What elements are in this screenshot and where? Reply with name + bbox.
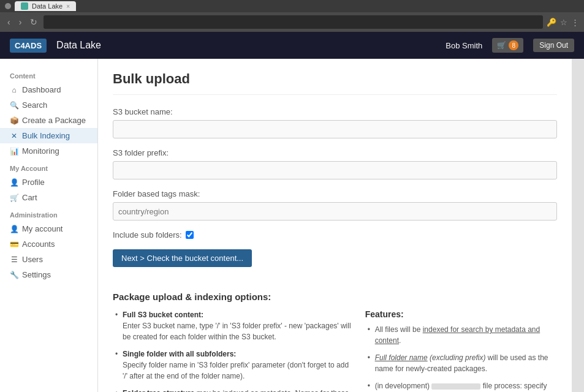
settings-icon: 🔧 (10, 271, 18, 279)
option-text-1: Enter S3 bucket name, type '/' in 'S3 fo… (123, 322, 351, 341)
options-list: Full S3 bucket content: Enter S3 bucket … (113, 309, 353, 392)
sidebar-item-monitoring-label: Monitoring (22, 146, 59, 156)
monitoring-icon: 📊 (10, 147, 18, 156)
sidebar-item-monitoring[interactable]: 📊 Monitoring (0, 143, 97, 159)
feature-item-3: (in development) file process: specify c… (365, 380, 557, 392)
gray-bar-2 (431, 383, 480, 390)
sidebar-item-bulk-indexing[interactable]: ✕ Bulk Indexing (0, 128, 97, 143)
cart-sidebar-icon: 🛒 (10, 194, 18, 202)
sidebar-item-profile-label: Profile (22, 178, 45, 187)
option-label-3: Folder tree structure (123, 389, 194, 392)
address-bar[interactable] (44, 15, 543, 29)
s3-folder-input[interactable] (113, 161, 557, 179)
browser-tab-active[interactable]: Data Lake × (15, 1, 76, 11)
header-cart-button[interactable]: 🛒 8 (492, 38, 523, 53)
list-item: Folder tree structure may be indexed as … (113, 388, 353, 392)
sidebar-item-profile[interactable]: 👤 Profile (0, 175, 97, 190)
s3-bucket-label: S3 bucket name: (113, 107, 557, 116)
sidebar-item-my-account-label: My account (22, 224, 63, 233)
s3-folder-group: S3 folder prefix: (113, 148, 557, 179)
tab-close-icon[interactable]: × (66, 3, 70, 10)
s3-bucket-group: S3 bucket name: (113, 107, 557, 138)
search-icon: 🔍 (10, 101, 18, 110)
list-item: Full S3 bucket content: Enter S3 bucket … (113, 309, 353, 342)
sidebar-item-dashboard[interactable]: ⌂ Dashboard (0, 82, 97, 97)
sidebar-item-cart[interactable]: 🛒 Cart (0, 190, 97, 205)
sidebar-item-settings[interactable]: 🔧 Settings (0, 267, 97, 282)
sidebar-item-dashboard-label: Dashboard (22, 85, 61, 94)
address-icons: 🔑 ☆ ⋮ (547, 18, 579, 27)
app-logo: C4ADS (10, 39, 47, 53)
forward-button[interactable]: › (17, 16, 25, 28)
app-header: C4ADS Data Lake Bob Smith 🛒 8 Sign Out (0, 32, 584, 59)
content-section-label: Content (0, 66, 97, 82)
bulk-indexing-icon: ✕ (10, 132, 18, 140)
back-button[interactable]: ‹ (5, 16, 13, 28)
sidebar-item-accounts[interactable]: 💳 Accounts (0, 236, 97, 252)
accounts-icon: 💳 (10, 240, 18, 249)
main-layout: Content ⌂ Dashboard 🔍 Search 📦 Create a … (0, 59, 584, 392)
sidebar-item-create-package[interactable]: 📦 Create a Package (0, 113, 97, 128)
include-subfolders-checkbox[interactable] (186, 231, 194, 239)
feature-item-1: All files will be indexed for search by … (365, 324, 557, 346)
sidebar-item-search[interactable]: 🔍 Search (0, 97, 97, 113)
page-title: Bulk upload (113, 71, 557, 95)
feature-text-3a: (in development) (375, 382, 432, 390)
options-column: Full S3 bucket content: Enter S3 bucket … (113, 309, 353, 392)
features-list: All files will be indexed for search by … (365, 324, 557, 392)
option-text-2: Specify folder name in 'S3 folder prefix… (123, 361, 349, 380)
list-item: Single folder with all subfolders: Speci… (113, 349, 353, 382)
browser-addressbar: ‹ › ↻ 🔑 ☆ ⋮ (0, 12, 584, 32)
folder-tags-input[interactable] (113, 202, 557, 221)
my-account-icon: 👤 (10, 225, 18, 233)
option-label-2: Single folder with all subfolders: (123, 350, 236, 358)
sidebar-item-settings-label: Settings (22, 270, 51, 279)
star-icon: ☆ (560, 18, 567, 27)
sidebar-item-create-package-label: Create a Package (22, 116, 86, 125)
package-section-title: Package upload & indexing options: (113, 292, 557, 302)
right-panel (572, 59, 584, 392)
include-subfolders-group: Include sub folders: (113, 230, 557, 239)
package-icon: 📦 (10, 116, 18, 125)
header-username: Bob Smith (446, 41, 482, 50)
lock-icon: 🔑 (547, 18, 556, 27)
signout-button[interactable]: Sign Out (533, 39, 574, 52)
folder-tags-group: Folder based tags mask: (113, 189, 557, 221)
features-column: Features: All files will be indexed for … (365, 309, 557, 392)
browser-chrome: Data Lake × (0, 0, 584, 12)
sidebar-item-cart-label: Cart (22, 193, 37, 202)
my-account-section-label: My Account (0, 159, 97, 175)
reload-button[interactable]: ↻ (28, 16, 40, 28)
include-subfolders-label: Include sub folders: (113, 230, 182, 239)
menu-icon: ⋮ (571, 18, 579, 27)
browser-dot-1 (5, 3, 11, 9)
sidebar-item-bulk-indexing-label: Bulk Indexing (22, 131, 70, 140)
profile-icon: 👤 (10, 178, 18, 187)
option-label-1: Full S3 bucket content: (123, 311, 203, 319)
feature-text-2: Full folder name (excluding prefix) will… (375, 353, 548, 373)
users-icon: ☰ (10, 255, 18, 264)
sidebar-item-users[interactable]: ☰ Users (0, 252, 97, 267)
next-button[interactable]: Next > Check the bucket content... (113, 249, 252, 267)
sidebar-item-search-label: Search (22, 100, 47, 110)
package-section: Package upload & indexing options: Full … (113, 292, 557, 392)
sidebar: Content ⌂ Dashboard 🔍 Search 📦 Create a … (0, 59, 98, 392)
dashboard-icon: ⌂ (10, 86, 18, 94)
tab-favicon-icon (21, 2, 28, 10)
sidebar-item-users-label: Users (22, 255, 43, 264)
sidebar-item-my-account[interactable]: 👤 My account (0, 221, 97, 236)
folder-tags-label: Folder based tags mask: (113, 189, 557, 198)
app-title: Data Lake (56, 40, 101, 51)
feature-item-2: Full folder name (excluding prefix) will… (365, 352, 557, 374)
sidebar-item-accounts-label: Accounts (22, 239, 55, 249)
two-col-layout: Full S3 bucket content: Enter S3 bucket … (113, 309, 557, 392)
administration-section-label: Administration (0, 205, 97, 221)
browser-dots (5, 3, 11, 9)
tab-title: Data Lake (32, 2, 63, 10)
cart-icon: 🛒 (497, 41, 506, 50)
feature-text-1: All files will be indexed for search by … (375, 325, 540, 345)
s3-bucket-input[interactable] (113, 120, 557, 138)
main-content: Bulk upload S3 bucket name: S3 folder pr… (98, 59, 572, 392)
cart-badge: 8 (509, 40, 518, 50)
features-title: Features: (365, 309, 557, 319)
